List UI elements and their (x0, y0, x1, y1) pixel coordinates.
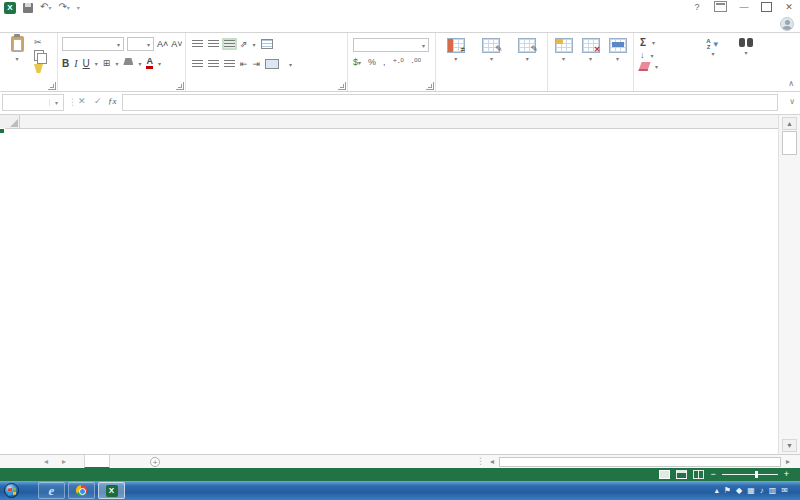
tray-hidden-icons-icon[interactable]: ▴ (715, 487, 719, 495)
sheet-nav-next-icon[interactable]: ▸ (62, 457, 66, 466)
align-middle-icon[interactable] (208, 40, 219, 48)
format-as-table-button[interactable]: ✎ ▾ (482, 35, 500, 80)
fill-color-caret-icon[interactable]: ▾ (138, 60, 141, 67)
sign-in[interactable] (775, 17, 794, 31)
decrease-indent-icon[interactable]: ⇤ (240, 59, 248, 69)
name-box-caret-icon[interactable]: ▾ (49, 99, 63, 106)
page-break-view-icon[interactable] (693, 470, 704, 479)
orientation-caret-icon[interactable]: ▾ (253, 41, 256, 48)
font-dialog-launcher-icon[interactable] (176, 82, 184, 90)
start-button-icon[interactable] (4, 483, 19, 498)
decrease-decimal-icon[interactable]: ·⁰⁰ (411, 57, 421, 67)
taskbar-internet-explorer-icon[interactable]: e (38, 482, 65, 499)
align-bottom-icon[interactable] (224, 40, 235, 48)
merge-center-caret-icon[interactable]: ▾ (289, 61, 292, 68)
format-cells-button[interactable]: ▾ (609, 35, 627, 80)
merge-center-icon[interactable] (265, 59, 279, 69)
zoom-slider[interactable] (722, 474, 778, 475)
cancel-formula-icon[interactable]: ✕ (78, 96, 86, 106)
page-layout-view-icon[interactable] (676, 470, 687, 479)
tray-network-icon[interactable]: ▥ (769, 487, 777, 495)
accounting-format-icon[interactable]: $▾ (353, 57, 361, 67)
tray-grid-icon[interactable]: ▦ (747, 487, 755, 495)
tray-volume-icon[interactable]: ♪ (760, 487, 764, 495)
underline-caret-icon[interactable]: ▾ (95, 60, 98, 67)
scroll-up-icon[interactable]: ▲ (782, 117, 797, 130)
vertical-scrollbar-thumb[interactable] (782, 131, 797, 155)
enter-formula-icon[interactable]: ✓ (94, 96, 102, 106)
sheet-tab-sheet1[interactable] (84, 455, 110, 469)
increase-font-icon[interactable]: A˄ (157, 39, 168, 49)
horizontal-scrollbar-thumb[interactable] (499, 457, 781, 467)
increase-indent-icon[interactable]: ⇥ (253, 59, 261, 69)
format-painter-icon[interactable] (34, 64, 43, 73)
increase-decimal-icon[interactable]: ⁺·⁰ (393, 57, 404, 67)
alignment-dialog-launcher-icon[interactable] (338, 82, 346, 90)
underline-button[interactable]: U (83, 58, 90, 69)
collapse-ribbon-icon[interactable]: ∧ (788, 79, 794, 88)
scroll-left-icon[interactable]: ◂ (486, 456, 498, 468)
cut-icon[interactable]: ✂ (34, 37, 44, 47)
scroll-right-icon[interactable]: ▸ (782, 456, 794, 468)
font-color-icon[interactable]: A (146, 57, 153, 69)
font-name-select[interactable]: ▾ (62, 37, 124, 51)
name-box[interactable]: ▾ (2, 94, 64, 111)
expand-formula-bar-icon[interactable]: ∨ (789, 97, 795, 106)
copy-icon[interactable] (34, 50, 44, 61)
zoom-out-icon[interactable]: − (710, 470, 715, 479)
cell-styles-button[interactable]: ✎ ▾ (518, 35, 536, 80)
borders-caret-icon[interactable]: ▾ (115, 60, 118, 67)
customize-qat-icon[interactable]: ▾ (77, 4, 80, 11)
zoom-slider-handle[interactable] (755, 471, 758, 478)
font-size-select[interactable]: ▾ (127, 37, 154, 51)
comma-style-icon[interactable]: , (383, 57, 386, 67)
delete-cells-button[interactable]: ▾ (582, 35, 600, 80)
save-icon[interactable] (23, 3, 33, 13)
sort-filter-button[interactable]: AZ▼ ▾ (696, 35, 730, 59)
align-top-icon[interactable] (192, 40, 203, 48)
bold-button[interactable]: B (62, 58, 69, 69)
horizontal-scrollbar[interactable]: ◂ ▸ (486, 456, 794, 468)
number-format-select[interactable]: ▾ (353, 38, 429, 52)
align-right-icon[interactable] (224, 60, 235, 68)
number-dialog-launcher-icon[interactable] (426, 82, 434, 90)
align-center-icon[interactable] (208, 60, 219, 68)
taskbar-excel-icon[interactable]: X (98, 482, 125, 499)
normal-view-icon[interactable] (659, 470, 670, 479)
scroll-down-icon[interactable]: ▼ (782, 439, 797, 452)
font-color-caret-icon[interactable]: ▾ (158, 60, 161, 67)
ribbon-display-options-icon[interactable] (714, 1, 727, 12)
wrap-text-icon[interactable] (261, 39, 273, 49)
borders-icon[interactable]: ⊞ (103, 58, 111, 68)
tray-flag-icon[interactable]: ⚑ (724, 487, 731, 495)
sheet-nav-prev-icon[interactable]: ◂ (44, 457, 48, 466)
insert-function-icon[interactable]: ƒx (108, 96, 117, 106)
clear-button[interactable]: ▾ (640, 62, 658, 71)
tab-scroll-splitter[interactable]: ⋮ (476, 456, 485, 466)
vertical-scrollbar[interactable]: ▲ ▼ (778, 115, 800, 454)
tray-action-center-icon[interactable]: ✉ (781, 487, 788, 495)
taskbar-chrome-icon[interactable] (68, 482, 95, 499)
undo-icon[interactable]: ↶▾ (40, 2, 51, 13)
selected-cell[interactable] (0, 129, 4, 133)
redo-icon[interactable]: ↷▾ (58, 2, 69, 13)
close-icon[interactable]: ✕ (782, 2, 796, 12)
minimize-icon[interactable]: — (737, 2, 751, 12)
tray-app-icon[interactable]: ◆ (736, 487, 742, 495)
restore-icon[interactable] (761, 2, 772, 12)
orientation-icon[interactable]: ⇗ (240, 39, 248, 49)
autosum-button[interactable]: Σ▾ (640, 37, 658, 48)
insert-cells-button[interactable]: ▾ (555, 35, 573, 80)
align-left-icon[interactable] (192, 60, 203, 68)
italic-button[interactable]: I (74, 58, 77, 69)
formula-input[interactable] (122, 94, 778, 111)
decrease-font-icon[interactable]: A˅ (171, 39, 182, 49)
new-sheet-icon[interactable]: + (150, 457, 160, 467)
fill-color-icon[interactable] (123, 58, 133, 68)
paste-button[interactable]: ▾ (4, 36, 30, 80)
percent-style-icon[interactable]: % (368, 57, 376, 67)
help-icon[interactable]: ? (690, 2, 704, 12)
find-select-button[interactable]: ▾ (730, 35, 762, 58)
clipboard-dialog-launcher-icon[interactable] (48, 82, 56, 90)
zoom-in-icon[interactable]: + (784, 470, 789, 479)
